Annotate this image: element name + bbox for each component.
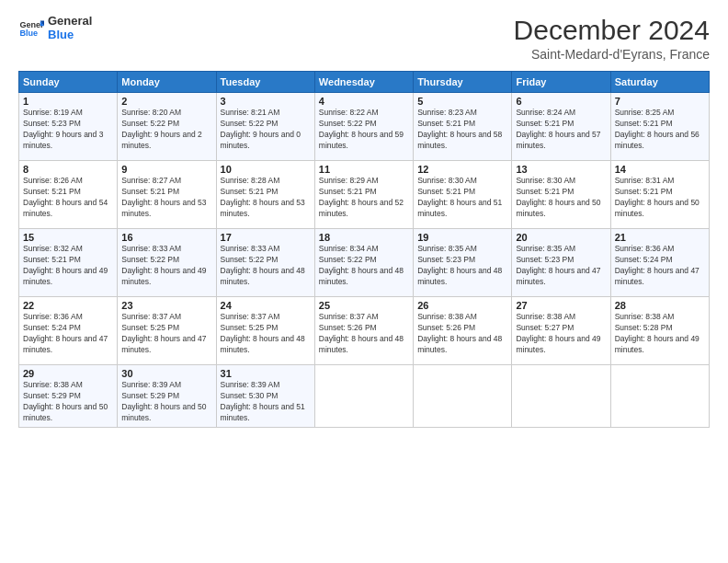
logo-text-general: General (48, 15, 92, 29)
day-info: Sunrise: 8:37 AM Sunset: 5:25 PM Dayligh… (121, 312, 211, 356)
day-number: 26 (417, 300, 507, 311)
day-info: Sunrise: 8:26 AM Sunset: 5:21 PM Dayligh… (23, 176, 113, 220)
calendar-cell: 27Sunrise: 8:38 AM Sunset: 5:27 PM Dayli… (512, 297, 610, 365)
day-number: 25 (319, 300, 409, 311)
day-info: Sunrise: 8:28 AM Sunset: 5:21 PM Dayligh… (221, 176, 311, 220)
day-info: Sunrise: 8:37 AM Sunset: 5:25 PM Dayligh… (221, 312, 311, 356)
title-block: December 2024 Saint-Medard-d'Eyrans, Fra… (514, 15, 710, 62)
day-number: 6 (516, 96, 606, 107)
calendar-cell: 19Sunrise: 8:35 AM Sunset: 5:23 PM Dayli… (414, 229, 512, 297)
day-info: Sunrise: 8:38 AM Sunset: 5:28 PM Dayligh… (615, 312, 705, 356)
day-info: Sunrise: 8:21 AM Sunset: 5:22 PM Dayligh… (221, 108, 311, 152)
calendar-cell: 12Sunrise: 8:30 AM Sunset: 5:21 PM Dayli… (414, 161, 512, 229)
day-number: 10 (221, 164, 311, 175)
calendar-cell (314, 365, 413, 428)
calendar-cell: 1Sunrise: 8:19 AM Sunset: 5:23 PM Daylig… (19, 93, 118, 161)
day-number: 12 (417, 164, 507, 175)
calendar-cell: 2Sunrise: 8:20 AM Sunset: 5:22 PM Daylig… (118, 93, 216, 161)
day-number: 5 (417, 96, 507, 107)
day-number: 28 (615, 300, 705, 311)
day-number: 4 (319, 96, 409, 107)
calendar-cell: 28Sunrise: 8:38 AM Sunset: 5:28 PM Dayli… (610, 297, 709, 365)
day-number: 3 (221, 96, 311, 107)
day-info: Sunrise: 8:23 AM Sunset: 5:21 PM Dayligh… (417, 108, 507, 152)
day-number: 1 (23, 96, 113, 107)
day-number: 17 (221, 232, 311, 243)
calendar-cell: 21Sunrise: 8:36 AM Sunset: 5:24 PM Dayli… (610, 229, 709, 297)
calendar-cell: 9Sunrise: 8:27 AM Sunset: 5:21 PM Daylig… (118, 161, 216, 229)
month-title: December 2024 (514, 15, 710, 45)
calendar-cell: 13Sunrise: 8:30 AM Sunset: 5:21 PM Dayli… (512, 161, 610, 229)
day-info: Sunrise: 8:20 AM Sunset: 5:22 PM Dayligh… (121, 108, 211, 152)
calendar-cell: 10Sunrise: 8:28 AM Sunset: 5:21 PM Dayli… (216, 161, 314, 229)
day-info: Sunrise: 8:30 AM Sunset: 5:21 PM Dayligh… (417, 176, 507, 220)
calendar-cell: 18Sunrise: 8:34 AM Sunset: 5:22 PM Dayli… (314, 229, 413, 297)
day-number: 21 (615, 232, 705, 243)
day-info: Sunrise: 8:35 AM Sunset: 5:23 PM Dayligh… (417, 244, 507, 288)
day-number: 13 (516, 164, 606, 175)
day-number: 9 (121, 164, 211, 175)
day-number: 8 (23, 164, 113, 175)
day-info: Sunrise: 8:33 AM Sunset: 5:22 PM Dayligh… (221, 244, 311, 288)
day-info: Sunrise: 8:39 AM Sunset: 5:30 PM Dayligh… (221, 380, 311, 424)
calendar-cell (414, 365, 512, 428)
weekday-header-tuesday: Tuesday (216, 72, 314, 93)
weekday-header-monday: Monday (118, 72, 216, 93)
calendar-cell: 6Sunrise: 8:24 AM Sunset: 5:21 PM Daylig… (512, 93, 610, 161)
day-info: Sunrise: 8:38 AM Sunset: 5:26 PM Dayligh… (417, 312, 507, 356)
day-info: Sunrise: 8:19 AM Sunset: 5:23 PM Dayligh… (23, 108, 113, 152)
day-info: Sunrise: 8:33 AM Sunset: 5:22 PM Dayligh… (121, 244, 211, 288)
header-row: SundayMondayTuesdayWednesdayThursdayFrid… (19, 72, 710, 93)
day-number: 29 (23, 368, 113, 379)
location-title: Saint-Medard-d'Eyrans, France (514, 47, 710, 62)
weekday-header-thursday: Thursday (414, 72, 512, 93)
day-info: Sunrise: 8:22 AM Sunset: 5:22 PM Dayligh… (319, 108, 409, 152)
day-info: Sunrise: 8:29 AM Sunset: 5:21 PM Dayligh… (319, 176, 409, 220)
day-number: 2 (121, 96, 211, 107)
day-info: Sunrise: 8:25 AM Sunset: 5:21 PM Dayligh… (615, 108, 705, 152)
day-number: 19 (417, 232, 507, 243)
day-info: Sunrise: 8:31 AM Sunset: 5:21 PM Dayligh… (615, 176, 705, 220)
weekday-header-sunday: Sunday (19, 72, 118, 93)
day-info: Sunrise: 8:39 AM Sunset: 5:29 PM Dayligh… (121, 380, 211, 424)
calendar-cell: 15Sunrise: 8:32 AM Sunset: 5:21 PM Dayli… (19, 229, 118, 297)
calendar-cell: 17Sunrise: 8:33 AM Sunset: 5:22 PM Dayli… (216, 229, 314, 297)
day-info: Sunrise: 8:38 AM Sunset: 5:27 PM Dayligh… (516, 312, 606, 356)
day-info: Sunrise: 8:30 AM Sunset: 5:21 PM Dayligh… (516, 176, 606, 220)
day-info: Sunrise: 8:27 AM Sunset: 5:21 PM Dayligh… (121, 176, 211, 220)
calendar-cell: 7Sunrise: 8:25 AM Sunset: 5:21 PM Daylig… (610, 93, 709, 161)
day-info: Sunrise: 8:38 AM Sunset: 5:29 PM Dayligh… (23, 380, 113, 424)
calendar-cell: 31Sunrise: 8:39 AM Sunset: 5:30 PM Dayli… (216, 365, 314, 428)
calendar-cell: 16Sunrise: 8:33 AM Sunset: 5:22 PM Dayli… (118, 229, 216, 297)
calendar-table: SundayMondayTuesdayWednesdayThursdayFrid… (18, 71, 710, 428)
day-number: 24 (221, 300, 311, 311)
day-number: 30 (121, 368, 211, 379)
day-info: Sunrise: 8:36 AM Sunset: 5:24 PM Dayligh… (23, 312, 113, 356)
day-number: 22 (23, 300, 113, 311)
logo-icon: General Blue (18, 16, 44, 41)
day-info: Sunrise: 8:37 AM Sunset: 5:26 PM Dayligh… (319, 312, 409, 356)
calendar-cell: 30Sunrise: 8:39 AM Sunset: 5:29 PM Dayli… (118, 365, 216, 428)
calendar-cell: 23Sunrise: 8:37 AM Sunset: 5:25 PM Dayli… (118, 297, 216, 365)
day-number: 23 (121, 300, 211, 311)
day-info: Sunrise: 8:36 AM Sunset: 5:24 PM Dayligh… (615, 244, 705, 288)
calendar-cell: 8Sunrise: 8:26 AM Sunset: 5:21 PM Daylig… (19, 161, 118, 229)
calendar-cell (512, 365, 610, 428)
day-number: 31 (221, 368, 311, 379)
day-number: 20 (516, 232, 606, 243)
calendar-page: General Blue General Blue December 2024 … (0, 0, 728, 563)
calendar-cell: 26Sunrise: 8:38 AM Sunset: 5:26 PM Dayli… (414, 297, 512, 365)
logo-text-blue: Blue (48, 29, 92, 42)
calendar-cell: 29Sunrise: 8:38 AM Sunset: 5:29 PM Dayli… (19, 365, 118, 428)
svg-text:Blue: Blue (19, 29, 38, 38)
calendar-cell: 25Sunrise: 8:37 AM Sunset: 5:26 PM Dayli… (314, 297, 413, 365)
day-number: 7 (615, 96, 705, 107)
day-info: Sunrise: 8:34 AM Sunset: 5:22 PM Dayligh… (319, 244, 409, 288)
weekday-header-friday: Friday (512, 72, 610, 93)
calendar-cell: 11Sunrise: 8:29 AM Sunset: 5:21 PM Dayli… (314, 161, 413, 229)
calendar-cell: 4Sunrise: 8:22 AM Sunset: 5:22 PM Daylig… (314, 93, 413, 161)
calendar-cell: 22Sunrise: 8:36 AM Sunset: 5:24 PM Dayli… (19, 297, 118, 365)
logo: General Blue General Blue (18, 15, 92, 42)
calendar-cell (610, 365, 709, 428)
weekday-header-wednesday: Wednesday (314, 72, 413, 93)
